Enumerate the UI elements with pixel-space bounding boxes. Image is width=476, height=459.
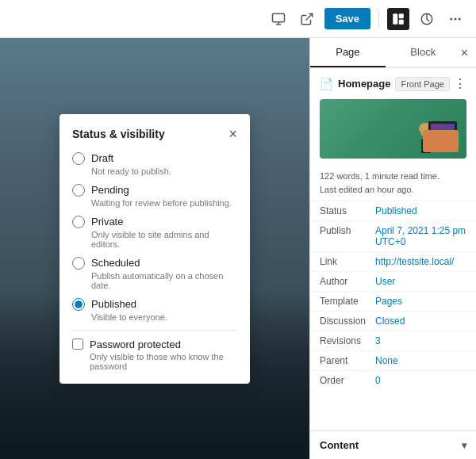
status-visibility-popup: Status & visibility × Draft Not ready to…: [60, 114, 250, 384]
info-value[interactable]: Pages: [375, 296, 402, 307]
info-label: Revisions: [320, 335, 375, 346]
svg-rect-4: [393, 13, 397, 25]
info-label: Discussion: [320, 316, 375, 327]
close-popup-button[interactable]: ×: [228, 127, 237, 141]
sidebar-tabs: Page Block ×: [310, 38, 476, 68]
info-value[interactable]: Closed: [375, 316, 405, 327]
desktop-icon[interactable]: [267, 8, 290, 30]
info-value[interactable]: April 7, 2021 1:25 pm UTC+0: [375, 225, 466, 247]
pending-text: Pending: [91, 184, 129, 196]
published-text: Published: [91, 298, 136, 310]
popup-divider: [72, 330, 237, 331]
info-value[interactable]: 3: [375, 335, 381, 346]
content-section-header[interactable]: Content ▾: [310, 430, 476, 459]
svg-point-8: [450, 17, 452, 20]
info-label: Status: [320, 205, 375, 216]
scheduled-label[interactable]: Scheduled: [72, 257, 237, 270]
sidebar: Page Block × 📄 Homepage Front Page ⋮: [309, 38, 476, 459]
draft-label[interactable]: Draft: [72, 152, 237, 165]
info-table: Status Published Publish April 7, 2021 1…: [310, 201, 476, 390]
info-row: Order 0: [310, 370, 476, 390]
published-label[interactable]: Published: [72, 298, 237, 311]
private-radio[interactable]: [72, 216, 85, 228]
info-value[interactable]: Published: [375, 205, 417, 216]
option-pending: Pending Waiting for review before publis…: [72, 184, 237, 208]
thumbnail-desk: [423, 130, 459, 152]
popup-title: Status & visibility: [72, 128, 165, 140]
tab-page[interactable]: Page: [310, 38, 386, 67]
info-row: Template Pages: [310, 291, 476, 311]
draft-desc: Not ready to publish.: [91, 166, 237, 176]
document-icon: 📄: [320, 78, 333, 90]
info-row: Discussion Closed: [310, 311, 476, 331]
toolbar: Save: [0, 0, 476, 38]
draft-text: Draft: [91, 152, 113, 164]
info-row: Revisions 3: [310, 331, 476, 350]
document-meta: 122 words, 1 minute read time. Last edit…: [310, 165, 476, 201]
svg-line-3: [305, 13, 312, 20]
svg-rect-5: [399, 13, 404, 18]
password-checkbox[interactable]: [72, 339, 83, 350]
option-scheduled: Scheduled Publish automatically on a cho…: [72, 257, 237, 290]
editor-canvas[interactable]: Status & visibility × Draft Not ready to…: [0, 38, 309, 459]
more-options-icon[interactable]: [444, 8, 466, 30]
content-section-label: Content: [320, 439, 359, 451]
info-row: Link http://testsite.local/: [310, 251, 476, 271]
info-row: Parent None: [310, 350, 476, 370]
svg-rect-6: [399, 19, 404, 24]
published-radio[interactable]: [72, 298, 85, 311]
document-menu-button[interactable]: ⋮: [454, 76, 466, 91]
draft-radio[interactable]: [72, 152, 85, 165]
option-private: Private Only visible to site admins and …: [72, 216, 237, 249]
document-header: 📄 Homepage Front Page ⋮: [310, 68, 476, 99]
main-area: Status & visibility × Draft Not ready to…: [0, 38, 476, 459]
thumbnail-image: [320, 99, 466, 159]
toolbar-separator: [378, 10, 379, 29]
layout-icon[interactable]: [387, 8, 409, 30]
svg-rect-0: [272, 13, 284, 22]
option-draft: Draft Not ready to publish.: [72, 152, 237, 176]
scheduled-radio[interactable]: [72, 257, 85, 270]
info-row: Publish April 7, 2021 1:25 pm UTC+0: [310, 220, 476, 251]
save-button[interactable]: Save: [324, 8, 370, 29]
private-text: Private: [91, 216, 123, 228]
info-value[interactable]: User: [375, 276, 395, 287]
info-label: Parent: [320, 355, 375, 366]
pending-desc: Waiting for review before publishing.: [91, 198, 237, 208]
sidebar-close-button[interactable]: ×: [461, 46, 468, 60]
info-label: Author: [320, 276, 375, 287]
pending-label[interactable]: Pending: [72, 184, 237, 197]
scheduled-desc: Publish automatically on a chosen date.: [91, 271, 237, 290]
theme-icon[interactable]: [416, 8, 438, 30]
info-label: Template: [320, 296, 375, 307]
document-title: Homepage: [338, 78, 390, 90]
popup-header: Status & visibility ×: [72, 127, 237, 141]
sidebar-content: 📄 Homepage Front Page ⋮: [310, 68, 476, 430]
password-text: Password protected: [90, 339, 181, 350]
info-row: Status Published: [310, 201, 476, 220]
info-value[interactable]: http://testsite.local/: [375, 256, 454, 267]
private-desc: Only visible to site admins and editors.: [91, 230, 237, 249]
document-thumbnail: [320, 99, 466, 159]
private-label[interactable]: Private: [72, 216, 237, 228]
info-value[interactable]: None: [375, 355, 398, 366]
password-desc: Only visible to those who know the passw…: [90, 352, 237, 371]
word-count: 122 words, 1 minute read time.: [320, 170, 466, 183]
svg-point-10: [459, 17, 461, 20]
svg-point-9: [455, 17, 457, 20]
option-password: Password protected Only visible to those…: [72, 339, 237, 371]
password-label[interactable]: Password protected: [72, 339, 237, 350]
external-link-icon[interactable]: [296, 8, 318, 30]
info-label: Link: [320, 256, 375, 267]
info-value[interactable]: 0: [375, 375, 381, 386]
tab-block[interactable]: Block: [386, 38, 461, 67]
published-desc: Visible to everyone.: [91, 312, 237, 322]
info-label: Order: [320, 375, 375, 386]
pending-radio[interactable]: [72, 184, 85, 197]
front-page-badge: Front Page: [395, 77, 449, 91]
info-row: Author User: [310, 271, 476, 291]
last-edited: Last edited an hour ago.: [320, 183, 466, 197]
content-chevron-icon: ▾: [462, 440, 466, 451]
option-published: Published Visible to everyone.: [72, 298, 237, 322]
info-label: Publish: [320, 225, 375, 236]
